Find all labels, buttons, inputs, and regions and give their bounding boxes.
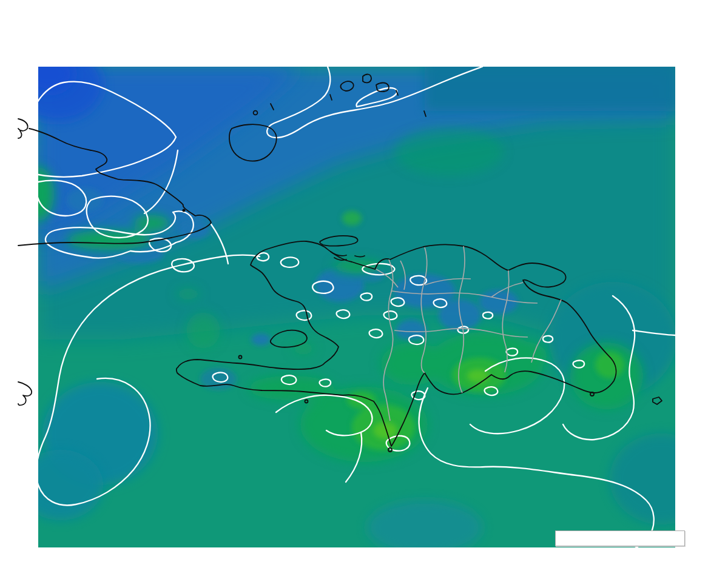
map-canvas: [0, 0, 728, 562]
sispi-onamet-watermark: [555, 530, 685, 546]
map-area: [0, 0, 728, 562]
temperature-shading: [12, 49, 713, 555]
weather-map-page: [0, 0, 728, 562]
temperature-colorbar: [696, 62, 716, 547]
